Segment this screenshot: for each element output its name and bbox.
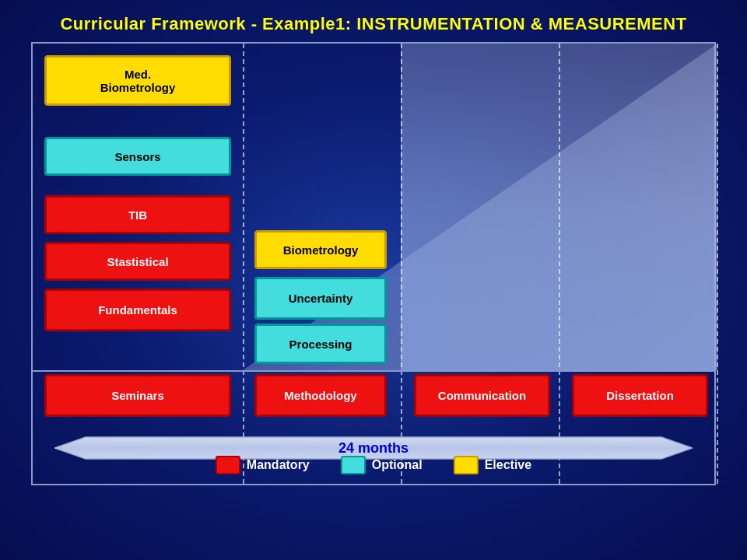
- triangle-bg: [243, 44, 717, 370]
- legend-elective: Elective: [454, 456, 531, 474]
- right-gradient: [401, 44, 714, 370]
- box-uncertainty: Uncertainty: [254, 277, 387, 320]
- dashed-line-2: [401, 44, 402, 484]
- timeline-label: 24 months: [338, 440, 409, 457]
- legend: Mandatory Optional Elective: [33, 456, 714, 474]
- horizontal-separator: [33, 370, 714, 372]
- box-seminars: Seminars: [44, 374, 231, 417]
- svg-marker-0: [243, 44, 717, 370]
- dashed-line-1: [243, 44, 244, 484]
- legend-mandatory-label: Mandatory: [247, 458, 310, 472]
- box-methodology: Methodology: [254, 374, 387, 417]
- legend-red-box: [216, 456, 240, 474]
- main-chart: Med. Biometrology Sensors TIB Stastistic…: [31, 42, 716, 485]
- box-biometrology2: Biometrology: [254, 230, 387, 269]
- box-fundamentals: Fundamentals: [44, 289, 231, 331]
- dashed-line-3: [559, 44, 560, 484]
- legend-cyan-box: [341, 456, 366, 474]
- legend-elective-label: Elective: [485, 458, 531, 472]
- page-title: Curricular Framework - Example1: INSTRUM…: [0, 0, 747, 42]
- legend-mandatory: Mandatory: [216, 456, 310, 474]
- dashed-line-4: [717, 44, 718, 484]
- box-statistical: Stastistical: [44, 242, 231, 281]
- box-processing: Processing: [254, 324, 387, 364]
- legend-optional-label: Optional: [372, 458, 423, 472]
- legend-yellow-box: [454, 456, 479, 474]
- box-dissertation: Dissertation: [572, 374, 708, 417]
- legend-optional: Optional: [341, 456, 423, 474]
- box-sensors: Sensors: [44, 137, 231, 176]
- box-med-biometrology: Med. Biometrology: [44, 55, 231, 106]
- box-communication: Communication: [414, 374, 550, 417]
- box-tib: TIB: [44, 195, 231, 234]
